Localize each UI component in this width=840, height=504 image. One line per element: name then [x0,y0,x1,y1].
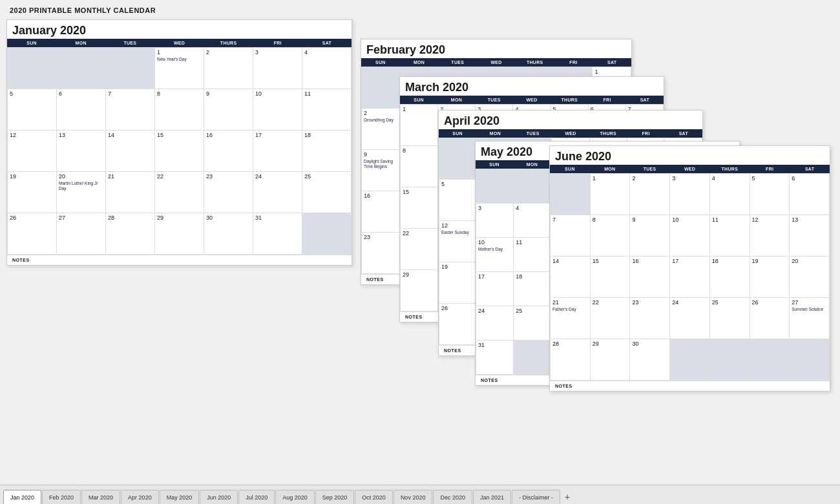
header-cell: WED [670,165,710,173]
day-number: 15 [157,132,202,138]
cal-cell: 25 [514,306,551,341]
cal-cell: 8 [155,89,204,131]
day-number: 13 [792,216,827,223]
calendar-jun: June 2020SUNMONTUESWEDTHURSFRISAT1234567… [549,145,830,392]
cal-cell: 2 [630,174,670,215]
day-number: 17 [672,258,708,264]
cal-cell: 6 [790,174,830,215]
header-cell: THURS [589,129,627,138]
tab-may-2020[interactable]: May 2020 [160,490,200,504]
tab-jun-2020[interactable]: Jun 2020 [200,490,238,504]
cal-cell [8,48,57,89]
add-tab-button[interactable]: + [561,490,574,504]
cal-cell: 5 [8,89,57,131]
header-cell: FRI [253,39,302,47]
cal-cell [551,174,591,215]
event-text: Summer Solstice [792,307,827,312]
cal-cell: 2Groundhog Day [362,109,401,150]
header-cell: SUN [476,160,513,169]
event-text: Mother's Day [478,247,511,252]
header-cell: MON [400,58,439,67]
header-cell: WED [513,96,551,104]
header-cell: FRI [588,96,625,104]
tab-apr-2020[interactable]: Apr 2020 [121,490,159,504]
cal-cell: 3 [476,204,514,238]
tab-oct-2020[interactable]: Oct 2020 [355,490,393,504]
day-number: 9 [364,151,398,158]
day-number: 15 [403,189,436,195]
day-number: 12 [10,132,54,138]
tab-sep-2020[interactable]: Sep 2020 [315,490,355,504]
day-number: 3 [672,175,708,182]
cal-cell: 29 [591,339,631,381]
cal-cell: 20Martin Luther King Jr Day [57,172,106,213]
day-number: 6 [59,90,103,97]
cal-cell: 4 [710,174,750,215]
header-row-feb: SUNMONTUESWEDTHURSFRISAT [361,58,631,67]
header-cell: WED [154,39,204,47]
tab-dec-2020[interactable]: Dec 2020 [433,490,472,504]
cal-cell: 11 [710,215,750,257]
day-number: 15 [593,258,628,264]
cal-cell [514,169,551,204]
tab-aug-2020[interactable]: Aug 2020 [275,490,315,504]
day-number: 7 [552,216,588,223]
tab-mar-2020[interactable]: Mar 2020 [81,490,120,504]
header-cell: TUES [514,129,552,138]
day-number: 17 [478,273,511,280]
day-number: 3 [478,205,511,211]
header-cell: SAT [302,39,352,47]
cal-cell: 24 [670,298,710,339]
day-number: 20 [59,173,103,180]
tab-nov-2020[interactable]: Nov 2020 [394,490,433,504]
cal-cell: 17 [476,272,514,306]
cal-cell: 23 [630,298,670,339]
day-number: 1 [403,106,436,112]
header-cell: SUN [550,165,590,173]
day-number: 29 [593,341,628,347]
cal-cell: 26 [750,298,790,339]
day-number: 23 [364,234,398,240]
header-cell: TUES [105,39,154,47]
day-number: 24 [255,173,300,180]
cal-cell: 10 [253,89,302,131]
cal-cell: 30 [204,213,253,255]
day-number: 12 [752,216,788,223]
cal-grid-jan: 1New Year's Day2345678910111213141516171… [7,47,352,255]
day-number: 25 [712,299,748,306]
tab---disclaimer--[interactable]: - Disclaimer - [512,490,560,504]
cal-cell: 29 [401,270,438,311]
day-number: 11 [304,90,349,97]
cal-cell: 27 [57,213,106,255]
header-row-jan: SUNMONTUESWEDTHURSFRISAT [7,39,352,47]
cal-cell: 28 [551,339,591,381]
day-number: 1 [593,175,628,182]
cal-cell: 9Daylight Saving Time Begins [362,150,401,191]
day-number: 23 [632,299,667,306]
header-cell: FRI [554,58,593,67]
header-cell: SUN [439,129,476,138]
tab-feb-2020[interactable]: Feb 2020 [42,490,81,504]
day-number: 26 [441,305,474,311]
day-number: 2 [632,175,667,182]
day-number: 10 [255,90,300,97]
day-number: 17 [255,132,300,138]
day-number: 22 [403,230,436,236]
cal-cell: 18 [302,131,352,172]
cal-cell: 11 [514,238,551,272]
header-row-jun: SUNMONTUESWEDTHURSFRISAT [550,165,830,173]
event-text: Martin Luther King Jr Day [59,181,103,191]
cal-cell: 1 [401,105,438,146]
cal-cell: 26 [439,304,477,345]
day-number: 14 [108,132,152,138]
cal-cell: 16 [630,257,670,298]
event-text: Groundhog Day [364,118,398,123]
tab-bar: Jan 2020Feb 2020Mar 2020Apr 2020May 2020… [0,485,840,504]
cal-cell: 1New Year's Day [155,48,204,89]
header-cell: SAT [665,129,702,138]
day-number: 12 [441,222,474,229]
header-cell: FRI [750,165,790,173]
tab-jul-2020[interactable]: Jul 2020 [238,490,275,504]
tab-jan-2021[interactable]: Jan 2021 [473,490,511,504]
tab-jan-2020[interactable]: Jan 2020 [3,490,41,504]
